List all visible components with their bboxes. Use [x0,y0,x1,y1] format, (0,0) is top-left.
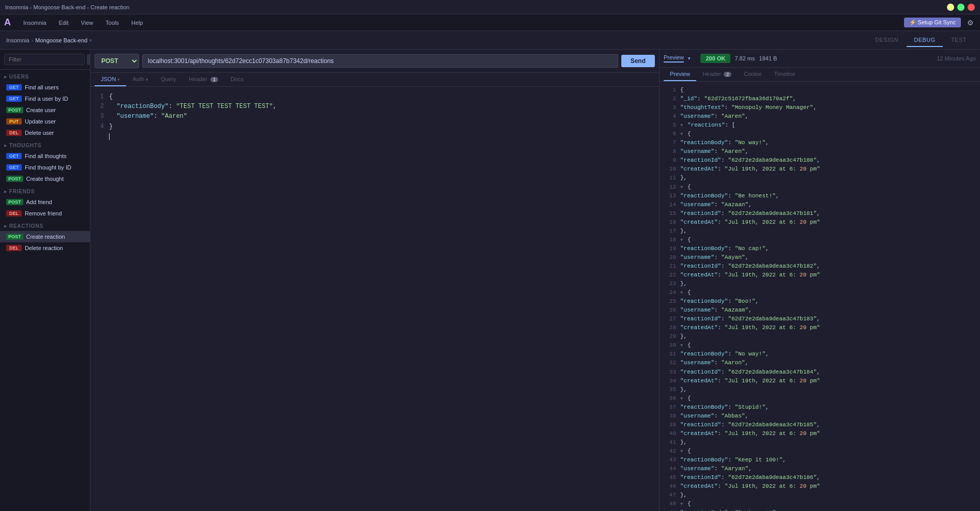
tab-debug[interactable]: DEBUG [907,34,943,47]
menu-tools[interactable]: Tools [101,18,123,28]
collapse-arrow[interactable]: ▼ [680,290,683,296]
method-badge-get: GET [6,153,22,159]
method-badge-put: PUT [6,118,22,125]
item-label: Remove friend [25,210,62,216]
item-label: Create reaction [26,234,65,240]
method-select[interactable]: POST GET PUT DELETE [95,54,139,68]
response-line: 3 "thoughtText": "Monopoly Money Manager… [665,103,975,112]
section-label-thoughts: THOUGHTS [9,143,42,148]
resp-tab-cookie[interactable]: Cookie [738,68,768,81]
request-bar: POST GET PUT DELETE Send [90,50,659,73]
item-label: Find thought by ID [25,164,71,171]
sidebar-item-find-all-users[interactable]: GET Find all users [0,82,90,93]
section-header-reactions[interactable]: ▸ REACTIONS [0,219,90,231]
filter-options-button[interactable]: ⊞ [87,54,90,65]
menu-insomnia[interactable]: Insomnia [19,18,51,28]
response-line: 7 "reactionBody": "No way!", [665,138,975,147]
sidebar-item-remove-friend[interactable]: DEL Remove friend [0,208,90,219]
resp-tab-timeline[interactable]: Timeline [768,68,802,81]
section-label-reactions: REACTIONS [9,223,43,229]
sidebar-item-find-thought-by-id[interactable]: GET Find thought by ID [0,162,90,173]
response-tabs: Preview Header 2 Cookie Timeline [660,68,980,82]
req-tab-query[interactable]: Query [155,73,182,86]
sidebar-item-find-user-by-id[interactable]: GET Find a user by ID [0,93,90,104]
menu-view[interactable]: View [77,18,98,28]
breadcrumb-insomnia[interactable]: Insomnia [6,37,29,43]
sidebar-item-find-all-thoughts[interactable]: GET Find all thoughts [0,150,90,162]
send-button[interactable]: Send [621,55,655,67]
sidebar-item-create-reaction[interactable]: POST Create reaction [0,231,90,242]
response-size: 1841 B [759,55,777,61]
req-tab-header[interactable]: Header 1 [182,73,224,86]
sidebar-content: ▸ USERS GET Find all users GET Find a us… [0,70,90,511]
method-badge-del: DEL [6,210,22,216]
response-line: 46 "createdAt": "Jul 19th, 2022 at 6: 20… [665,482,975,491]
titlebar: Insomnia - Mongoose Back-end - Create re… [0,0,980,14]
breadcrumb-project[interactable]: Mongoose Back-end [35,37,87,43]
status-badge: 200 OK [700,54,730,63]
item-label: Create user [26,107,56,113]
response-line: 26 "username": "Aazaam", [665,306,975,315]
request-area: POST GET PUT DELETE Send JSON ▾ Auth ▾ Q… [90,50,660,511]
section-header-thoughts[interactable]: ▸ THOUGHTS [0,138,90,150]
section-header-users[interactable]: ▸ USERS [0,70,90,82]
collapse-arrow[interactable]: ▼ [680,449,683,454]
sidebar-item-update-user[interactable]: PUT Update user [0,116,90,127]
collapse-arrow[interactable]: ▼ [680,343,683,348]
cursor-container [96,132,654,142]
menu-edit[interactable]: Edit [55,18,73,28]
collapse-arrow[interactable]: ▼ [680,185,683,190]
response-line: 25 "reactionBody": "Boo!", [665,297,975,306]
req-tab-json[interactable]: JSON ▾ [95,73,126,86]
sidebar-item-add-friend[interactable]: POST Add friend [0,196,90,208]
collapse-arrow[interactable]: ▼ [680,396,683,401]
req-tab-auth[interactable]: Auth ▾ [126,73,155,86]
breadcrumb-separator: › [32,37,34,43]
filter-input[interactable] [4,54,85,65]
request-body-editor[interactable]: 1 { 2 "reactionBody": "TEST TEST TEST TE… [90,87,659,511]
req-tab-docs[interactable]: Docs [224,73,250,86]
collapse-arrow[interactable]: ▼ [680,502,683,507]
chevron-icon: ▾ [117,77,120,82]
sidebar-item-delete-reaction[interactable]: DEL Delete reaction [0,242,90,254]
resp-tab-header-label: Header [702,71,721,77]
sidebar-item-create-user[interactable]: POST Create user [0,104,90,116]
resp-tab-preview[interactable]: Preview [664,68,696,81]
section-header-friends[interactable]: ▸ FRIENDS [0,184,90,196]
tab-test[interactable]: TEST [944,34,974,47]
method-badge-post: POST [6,107,23,113]
response-line: 37 "reactionBody": "Stupid!", [665,403,975,412]
item-label: Delete reaction [25,245,63,251]
response-line: 8 "username": "Aaren", [665,147,975,156]
response-line: 47 }, [665,491,975,500]
minimize-button[interactable] [947,4,954,11]
response-line: 1{ [665,86,975,95]
method-badge-get: GET [6,84,22,90]
collapse-arrow[interactable]: ▼ [680,123,683,128]
tab-design[interactable]: DESIGN [868,34,906,47]
response-line: 21 "reactionId": "62d72e2daba9deaa3c47b1… [665,262,975,271]
sidebar-item-delete-user[interactable]: DEL Delete user [0,127,90,138]
url-input[interactable] [142,54,618,68]
item-label: Add friend [26,199,52,205]
item-label: Update user [25,118,56,125]
section-collapse-reactions: ▸ [4,223,7,229]
resp-tab-header[interactable]: Header 2 [696,68,738,81]
close-button[interactable] [968,4,975,11]
code-line-3: 3 "username": "Aaren" [96,112,654,121]
item-label: Find all users [25,84,58,90]
collapse-arrow[interactable]: ▼ [680,238,683,243]
sidebar-item-create-thought[interactable]: POST Create thought [0,173,90,184]
setup-git-button[interactable]: ⚡ Setup Git Sync [904,18,961,27]
preview-chevron-icon: ▾ [688,56,691,61]
code-line-1: 1 { [96,92,654,102]
response-line: 2 "_id": "62d72c51672fbaa36d170a2f", [665,95,975,103]
gear-button[interactable]: ⚙ [965,17,976,29]
response-line: 30▼ { [665,341,975,350]
section-label-friends: FRIENDS [9,189,35,194]
collapse-arrow[interactable]: ▼ [680,132,683,137]
maximize-button[interactable] [957,4,964,11]
menu-help[interactable]: Help [127,18,147,28]
response-line: 14 "username": "Aazaan", [665,200,975,209]
response-line: 28 "createdAt": "Jul 19th, 2022 at 6: 20… [665,323,975,332]
